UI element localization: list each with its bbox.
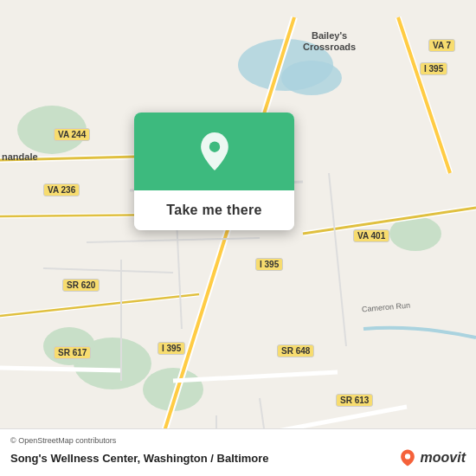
location-pin-icon	[197, 134, 232, 169]
road-label-i395a: I 395	[255, 258, 283, 271]
location-info: Song's Wellness Center, Washington / Bal…	[10, 448, 466, 467]
road-label-i395b: I 395	[158, 342, 185, 355]
bottom-bar: © OpenStreetMap contributors Song's Well…	[0, 428, 476, 476]
road-label-va401: VA 401	[353, 229, 389, 242]
moovit-label: moovit	[421, 450, 466, 466]
map-container: VA 244 VA 236 I 395 I 395 VA 401 I 395 V…	[0, 0, 476, 476]
svg-line-16	[0, 294, 199, 316]
roads-layer	[0, 0, 476, 476]
svg-line-17	[0, 368, 121, 370]
svg-line-26	[329, 173, 346, 346]
baileys-crossroads-label: Bailey'sCrossroads	[303, 30, 356, 53]
take-me-there-card: Take me there	[134, 113, 294, 230]
road-label-sr613: SR 613	[336, 394, 373, 407]
osm-attribution: © OpenStreetMap contributors	[10, 436, 466, 445]
svg-line-18	[173, 372, 338, 381]
road-label-sr648: SR 648	[277, 344, 314, 357]
road-label-va236: VA 236	[43, 183, 80, 196]
svg-point-1	[281, 61, 342, 95]
moovit-logo-icon	[398, 448, 417, 467]
moovit-logo: moovit	[398, 448, 466, 467]
road-label-va7: VA 7	[428, 39, 455, 52]
svg-point-30	[209, 142, 219, 152]
road-label-sr620: SR 620	[62, 279, 100, 292]
svg-line-27	[43, 268, 173, 273]
svg-line-14	[303, 208, 476, 234]
card-header	[134, 113, 294, 190]
take-me-there-button[interactable]: Take me there	[134, 190, 294, 230]
road-label-va244: VA 244	[54, 128, 90, 141]
svg-line-23	[87, 238, 260, 242]
road-label-sr617: SR 617	[54, 346, 91, 359]
annandale-label: nandale	[2, 151, 38, 162]
location-name: Song's Wellness Center, Washington / Bal…	[10, 452, 269, 465]
road-label-i395c: I 395	[420, 62, 447, 75]
svg-point-31	[404, 453, 409, 459]
